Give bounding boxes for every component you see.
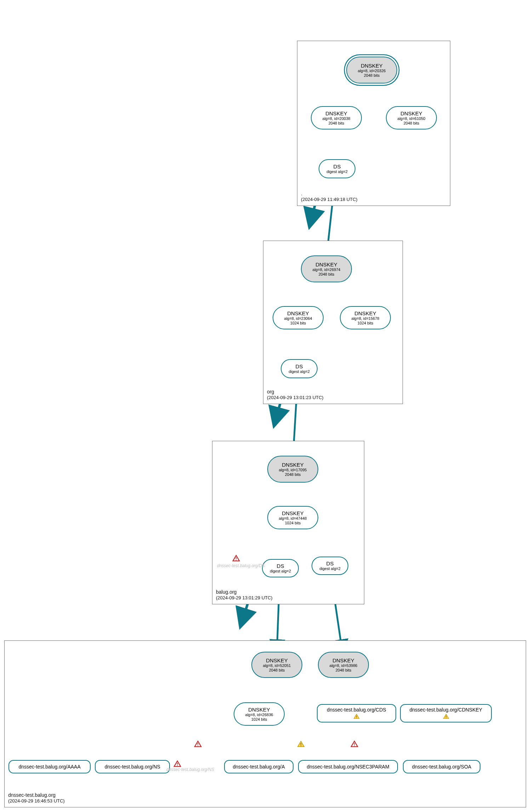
node-label: DS xyxy=(326,560,334,566)
rr-aaaa[interactable]: dnssec-test.balug.org/AAAA xyxy=(8,760,91,773)
node-label: DNSKEY xyxy=(248,707,270,713)
node-sub2: 2048 bits xyxy=(364,73,380,78)
svg-rect-13 xyxy=(177,765,178,766)
rr-label: dnssec-test.balug.org/NSEC3PARAM xyxy=(307,764,389,770)
zone-org-label: org (2024-09-29 13:01:23 UTC) xyxy=(267,388,324,401)
node-label: DS xyxy=(334,163,341,169)
svg-rect-4 xyxy=(446,716,446,717)
svg-rect-6 xyxy=(198,743,198,745)
node-label: DNSKEY xyxy=(266,657,288,663)
svg-rect-3 xyxy=(356,718,357,718)
rr-soa[interactable]: dnssec-test.balug.org/SOA xyxy=(403,760,480,773)
svg-rect-8 xyxy=(301,743,301,745)
zone-dnssec-test-ts: (2024-09-29 16:46:53 UTC) xyxy=(8,798,65,804)
rr-cds[interactable]: dnssec-test.balug.org/CDS xyxy=(317,704,396,722)
node-sub: alg=8, id=15678 xyxy=(352,316,380,321)
rr-cdnskey[interactable]: dnssec-test.balug.org/CDNSKEY xyxy=(400,704,492,722)
node-root-ds[interactable]: DS digest alg=2 xyxy=(319,159,355,178)
error-icon[interactable] xyxy=(232,554,240,562)
node-org-zsk2[interactable]: DNSKEY alg=8, id=15678 1024 bits xyxy=(340,306,391,329)
node-sub2: 2048 bits xyxy=(336,668,352,673)
rr-label: dnssec-test.balug.org/CDNSKEY xyxy=(410,707,482,713)
node-label: DS xyxy=(277,563,284,569)
node-root-zsk2[interactable]: DNSKEY alg=8, id=61050 2048 bits xyxy=(386,106,437,129)
node-balug-ds1[interactable]: DS digest alg=2 xyxy=(262,559,299,577)
node-sub: digest alg=2 xyxy=(289,369,310,374)
svg-rect-5 xyxy=(446,718,446,718)
node-sub: digest alg=2 xyxy=(270,569,291,574)
node-sub2: 2048 bits xyxy=(404,121,420,126)
node-org-ds[interactable]: DS digest alg=2 xyxy=(281,359,318,378)
warning-icon xyxy=(443,713,449,720)
node-sub2: 1024 bits xyxy=(358,321,374,326)
zone-root-label: . (2024-09-29 11:49:18 UTC) xyxy=(301,190,358,203)
node-sub: alg=8, id=20038 xyxy=(323,116,351,121)
missing-balug-ds: dnssec-test.balug.org/DS xyxy=(217,563,265,568)
node-dt-zsk[interactable]: DNSKEY alg=8, id=26836 1024 bits xyxy=(234,702,285,726)
svg-rect-12 xyxy=(177,763,178,765)
error-icon[interactable] xyxy=(194,740,202,748)
node-sub: alg=8, id=20326 xyxy=(358,69,386,73)
missing-dt-ns: dnssec-test.balug.org/NS xyxy=(166,767,214,772)
node-org-ksk[interactable]: DNSKEY alg=8, id=26974 2048 bits xyxy=(301,255,352,282)
node-sub: digest alg=2 xyxy=(319,566,341,571)
node-balug-ds2[interactable]: DS digest alg=2 xyxy=(312,557,348,575)
zone-dnssec-test-name: dnssec-test.balug.org xyxy=(8,792,65,798)
node-sub2: 1024 bits xyxy=(290,321,306,326)
rr-label: dnssec-test.balug.org/A xyxy=(233,764,285,770)
node-sub: alg=8, id=61050 xyxy=(398,116,426,121)
rr-label: dnssec-test.balug.org/AAAA xyxy=(18,764,80,770)
node-sub2: 1024 bits xyxy=(251,717,267,722)
node-sub2: 2048 bits xyxy=(319,272,335,277)
error-icon[interactable] xyxy=(173,760,181,768)
node-sub2: 2048 bits xyxy=(285,472,301,477)
rr-a[interactable]: dnssec-test.balug.org/A xyxy=(224,760,294,773)
zone-org-name: org xyxy=(267,388,324,395)
rr-label: dnssec-test.balug.org/NS xyxy=(104,764,160,770)
node-sub: alg=8, id=47448 xyxy=(279,516,307,521)
warning-icon[interactable] xyxy=(297,740,305,748)
zone-root-ts: (2024-09-29 11:49:18 UTC) xyxy=(301,197,358,203)
svg-rect-2 xyxy=(356,716,357,717)
node-label: DNSKEY xyxy=(332,657,354,663)
svg-rect-11 xyxy=(354,745,355,746)
node-label: DNSKEY xyxy=(287,310,309,316)
node-sub: alg=8, id=23064 xyxy=(284,316,312,321)
node-sub2: 1024 bits xyxy=(285,521,301,525)
node-sub: alg=8, id=53986 xyxy=(330,663,358,668)
node-sub: digest alg=2 xyxy=(326,169,348,174)
node-label: DNSKEY xyxy=(354,310,376,316)
zone-balug-ts: (2024-09-29 13:01:29 UTC) xyxy=(216,595,273,601)
node-label: DNSKEY xyxy=(361,63,383,69)
warning-icon xyxy=(353,713,360,720)
rr-label: dnssec-test.balug.org/CDS xyxy=(327,707,386,713)
rr-ns[interactable]: dnssec-test.balug.org/NS xyxy=(95,760,170,773)
node-label: DNSKEY xyxy=(282,462,304,468)
node-org-zsk1[interactable]: DNSKEY alg=8, id=23064 1024 bits xyxy=(273,306,324,329)
error-icon[interactable] xyxy=(351,740,358,748)
rr-label: dnssec-test.balug.org/SOA xyxy=(412,764,471,770)
node-root-ksk[interactable]: DNSKEY alg=8, id=20326 2048 bits xyxy=(346,57,397,83)
node-sub: alg=8, id=52051 xyxy=(263,663,291,668)
node-root-zsk1[interactable]: DNSKEY alg=8, id=20038 2048 bits xyxy=(311,106,362,129)
zone-root-name: . xyxy=(301,190,358,197)
svg-rect-7 xyxy=(198,745,198,746)
zone-org-ts: (2024-09-29 13:01:23 UTC) xyxy=(267,395,324,401)
svg-rect-1 xyxy=(236,560,236,560)
node-sub: alg=8, id=26974 xyxy=(313,267,341,272)
node-balug-zsk[interactable]: DNSKEY alg=8, id=47448 1024 bits xyxy=(267,506,318,529)
svg-rect-0 xyxy=(236,557,236,559)
zone-dnssec-test-label: dnssec-test.balug.org (2024-09-29 16:46:… xyxy=(8,792,65,804)
node-sub2: 2048 bits xyxy=(329,121,344,126)
rr-nsec3param[interactable]: dnssec-test.balug.org/NSEC3PARAM xyxy=(298,760,398,773)
node-sub: alg=8, id=17095 xyxy=(279,468,307,472)
node-sub: alg=8, id=26836 xyxy=(245,713,273,717)
node-label: DS xyxy=(296,363,303,369)
node-balug-ksk[interactable]: DNSKEY alg=8, id=17095 2048 bits xyxy=(267,456,318,483)
zone-balug-label: balug.org (2024-09-29 13:01:29 UTC) xyxy=(216,589,273,601)
zone-balug-name: balug.org xyxy=(216,589,273,595)
node-label: DNSKEY xyxy=(325,110,347,116)
node-label: DNSKEY xyxy=(315,261,337,267)
node-dt-ksk2[interactable]: DNSKEY alg=8, id=53986 2048 bits xyxy=(318,652,369,678)
node-dt-ksk1[interactable]: DNSKEY alg=8, id=52051 2048 bits xyxy=(251,652,302,678)
